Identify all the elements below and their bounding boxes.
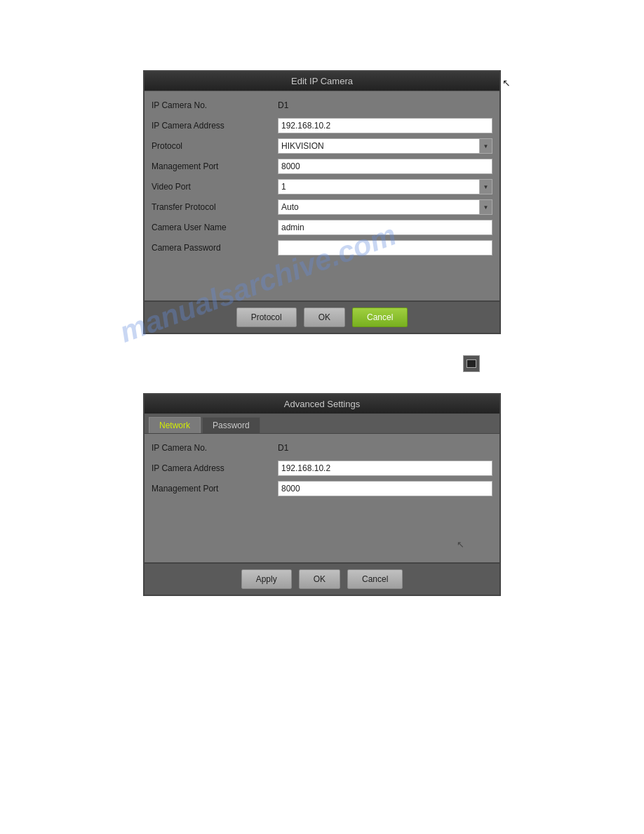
label-video-port: Video Port [152, 182, 278, 192]
form-row-transfer-protocol: Transfer Protocol [152, 199, 492, 216]
value2-camera-no: D1 [278, 443, 288, 453]
form-row-username: Camera User Name [152, 219, 492, 236]
cursor2-icon: ↖ [457, 539, 464, 550]
apply-button[interactable]: Apply [241, 569, 292, 589]
form-row-camera-address: IP Camera Address [152, 117, 492, 134]
input2-mgmt-port[interactable] [278, 481, 492, 496]
value-camera-no: D1 [278, 100, 288, 110]
cancel-button-2[interactable]: Cancel [347, 569, 403, 589]
label-password: Camera Password [152, 243, 278, 253]
dialog2-body: IP Camera No. D1 IP Camera Address Manag… [145, 434, 499, 562]
spacer1 [152, 260, 492, 295]
transfer-protocol-dropdown-arrow[interactable] [480, 199, 492, 215]
dialog1-body: IP Camera No. D1 IP Camera Address Proto… [145, 91, 499, 300]
icon-container [463, 355, 480, 372]
label-mgmt-port: Management Port [152, 161, 278, 171]
form-row2-camera-address: IP Camera Address [152, 460, 492, 477]
form-row-video-port: Video Port [152, 178, 492, 195]
dialog2-spacer: ↖ [152, 501, 492, 557]
protocol-button[interactable]: Protocol [236, 307, 297, 327]
cursor-icon: ↖ [502, 77, 511, 88]
dropdown-video-port[interactable] [278, 179, 492, 194]
form-row-camera-no: IP Camera No. D1 [152, 97, 492, 114]
ok-button-1[interactable]: OK [304, 307, 345, 327]
form-row-protocol: Protocol [152, 138, 492, 154]
between-dialogs [143, 355, 501, 372]
label-protocol: Protocol [152, 141, 278, 151]
video-port-dropdown-arrow[interactable] [480, 179, 492, 194]
icon-inner [467, 359, 476, 368]
advanced-settings-dialog: Advanced Settings Network Password IP Ca… [143, 393, 501, 596]
form-row-mgmt-port: Management Port [152, 158, 492, 175]
dialog2-title: Advanced Settings [145, 395, 499, 414]
label2-mgmt-port: Management Port [152, 484, 278, 494]
tab-password[interactable]: Password [202, 417, 260, 433]
input-camera-address[interactable] [278, 118, 492, 133]
form-row-password: Camera Password [152, 239, 492, 256]
label-transfer-protocol: Transfer Protocol [152, 202, 278, 212]
protocol-dropdown-arrow[interactable] [480, 138, 492, 154]
tabs-row: Network Password [145, 414, 499, 434]
tab-network[interactable]: Network [149, 417, 201, 433]
cancel-button-1[interactable]: Cancel [352, 307, 408, 327]
label2-camera-no: IP Camera No. [152, 443, 278, 453]
label-username: Camera User Name [152, 223, 278, 232]
form-row2-mgmt-port: Management Port [152, 480, 492, 497]
small-icon-btn[interactable] [463, 355, 480, 372]
dropdown-transfer-protocol[interactable] [278, 199, 492, 215]
input-mgmt-port[interactable] [278, 159, 492, 174]
ok-button-2[interactable]: OK [299, 569, 340, 589]
input-transfer-protocol[interactable] [278, 199, 480, 215]
dropdown-protocol[interactable] [278, 138, 492, 154]
input-protocol[interactable] [278, 138, 480, 154]
label-camera-no: IP Camera No. [152, 100, 278, 110]
label2-camera-address: IP Camera Address [152, 463, 278, 473]
dialog1-title: Edit IP Camera [145, 72, 499, 91]
label-camera-address: IP Camera Address [152, 121, 278, 131]
form-row2-camera-no: IP Camera No. D1 [152, 439, 492, 456]
edit-ip-camera-dialog: ↖ Edit IP Camera IP Camera No. D1 IP Cam… [143, 70, 501, 334]
input-password[interactable] [278, 240, 492, 256]
input2-camera-address[interactable] [278, 461, 492, 476]
dialog1-footer: Protocol OK Cancel [145, 300, 499, 333]
input-video-port[interactable] [278, 179, 480, 194]
input-username[interactable] [278, 220, 492, 235]
dialog2-footer: Apply OK Cancel [145, 562, 499, 595]
